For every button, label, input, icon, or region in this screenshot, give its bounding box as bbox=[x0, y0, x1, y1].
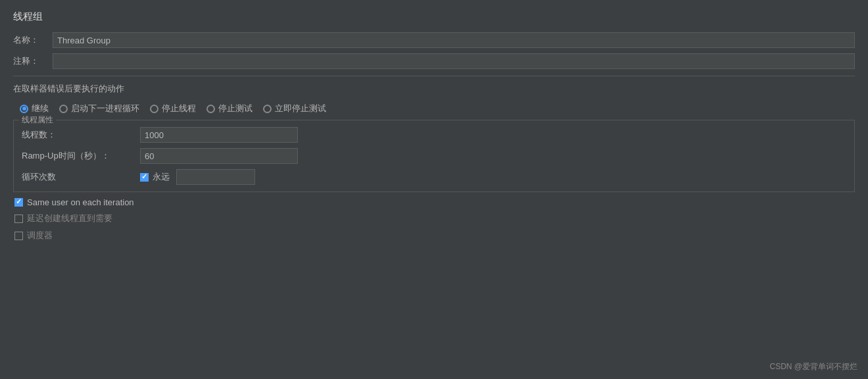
delay-create-checkbox[interactable] bbox=[14, 215, 23, 223]
radio-item-stop-now[interactable]: 立即停止测试 bbox=[263, 103, 326, 114]
name-row: 名称： bbox=[13, 32, 855, 48]
watermark: CSDN @爱背单词不摆烂 bbox=[769, 361, 857, 372]
radio-item-stop-test[interactable]: 停止测试 bbox=[206, 103, 253, 114]
section-title: 线程属性 bbox=[19, 114, 56, 126]
radio-stop-thread[interactable] bbox=[150, 105, 158, 113]
loop-count-input[interactable] bbox=[176, 169, 255, 185]
scheduler-label: 调度器 bbox=[27, 230, 53, 241]
forever-label: 永远 bbox=[153, 171, 170, 183]
radio-item-continue[interactable]: 继续 bbox=[20, 103, 49, 114]
radio-stop-test[interactable] bbox=[206, 105, 215, 113]
radio-start-next[interactable] bbox=[59, 105, 68, 113]
thread-properties-section: 线程属性 线程数： Ramp-Up时间（秒）： 循环次数 永远 bbox=[13, 120, 855, 192]
thread-count-label: 线程数： bbox=[22, 129, 140, 141]
radio-item-stop-thread[interactable]: 停止线程 bbox=[150, 103, 196, 114]
ramp-up-row: Ramp-Up时间（秒）： bbox=[22, 148, 846, 164]
radio-start-next-label: 启动下一进程循环 bbox=[71, 103, 139, 114]
delay-create-row: 延迟创建线程直到需要 bbox=[13, 213, 855, 224]
radio-stop-thread-label: 停止线程 bbox=[162, 103, 196, 114]
delay-create-label: 延迟创建线程直到需要 bbox=[27, 213, 112, 224]
thread-count-input[interactable] bbox=[140, 127, 298, 143]
radio-continue-label: 继续 bbox=[32, 103, 49, 114]
name-label: 名称： bbox=[13, 34, 53, 46]
same-user-checkbox[interactable] bbox=[14, 198, 23, 207]
ramp-up-input[interactable] bbox=[140, 148, 298, 164]
comment-row: 注释： bbox=[13, 53, 855, 69]
same-user-label: Same user on each iteration bbox=[27, 197, 134, 207]
radio-continue[interactable] bbox=[20, 105, 28, 113]
scheduler-checkbox[interactable] bbox=[14, 232, 23, 240]
forever-row: 永远 bbox=[140, 169, 255, 185]
comment-label: 注释： bbox=[13, 55, 53, 67]
loop-count-label: 循环次数 bbox=[22, 171, 140, 183]
same-user-row: Same user on each iteration bbox=[13, 197, 855, 207]
page-title: 线程组 bbox=[13, 11, 855, 23]
forever-checkbox[interactable] bbox=[140, 173, 149, 182]
comment-input[interactable] bbox=[53, 53, 855, 69]
name-input[interactable] bbox=[53, 32, 855, 48]
thread-count-row: 线程数： bbox=[22, 127, 846, 143]
radio-stop-now-label: 立即停止测试 bbox=[275, 103, 326, 114]
loop-count-row: 循环次数 永远 bbox=[22, 169, 846, 185]
radio-stop-now[interactable] bbox=[263, 105, 272, 113]
action-radio-group: 继续 启动下一进程循环 停止线程 停止测试 立即停止测试 bbox=[13, 100, 855, 117]
scheduler-row: 调度器 bbox=[13, 230, 855, 241]
radio-item-start-next[interactable]: 启动下一进程循环 bbox=[59, 103, 139, 114]
ramp-up-label: Ramp-Up时间（秒）： bbox=[22, 150, 140, 162]
radio-stop-test-label: 停止测试 bbox=[218, 103, 253, 114]
action-section-label: 在取样器错误后要执行的动作 bbox=[13, 83, 855, 95]
